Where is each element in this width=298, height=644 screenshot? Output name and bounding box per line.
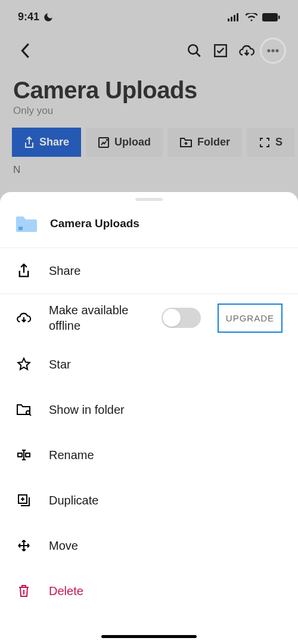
svg-point-13 [26,411,30,414]
menu-item-rename[interactable]: Rename [0,432,298,478]
menu-label: Share [49,264,283,278]
menu-item-move[interactable]: Move [0,523,298,568]
sheet-header: Camera Uploads [0,212,298,248]
folder-icon [15,215,37,232]
upgrade-button[interactable]: UPGRADE [218,304,283,333]
menu-label: Star [49,358,283,371]
menu-item-offline: Make available offline UPGRADE [0,294,298,342]
menu-label: Duplicate [49,494,283,507]
star-icon [15,356,32,373]
sheet-menu: Share Make available offline UPGRADE Sta… [0,248,298,614]
duplicate-icon [15,492,32,509]
menu-label: Show in folder [49,403,283,417]
menu-item-star[interactable]: Star [0,342,298,387]
share-icon [15,262,32,279]
offline-toggle[interactable] [162,308,201,328]
svg-rect-12 [18,227,23,230]
rename-icon [15,447,32,463]
menu-item-delete[interactable]: Delete [0,568,298,614]
sheet-title: Camera Uploads [50,217,139,230]
menu-item-duplicate[interactable]: Duplicate [0,478,298,523]
home-indicator[interactable] [101,635,197,638]
cloud-download-icon [15,309,32,326]
menu-label: Rename [49,448,283,462]
action-sheet: Camera Uploads Share Make available offl… [0,192,298,644]
menu-item-show-in-folder[interactable]: Show in folder [0,387,298,432]
menu-label: Move [49,539,283,553]
menu-item-share[interactable]: Share [0,248,298,293]
menu-label: Delete [49,584,283,598]
move-icon [15,537,32,554]
trash-icon [15,583,32,599]
folder-search-icon [15,401,32,418]
menu-label: Make available offline [49,302,145,333]
sheet-grabber[interactable] [135,198,163,201]
